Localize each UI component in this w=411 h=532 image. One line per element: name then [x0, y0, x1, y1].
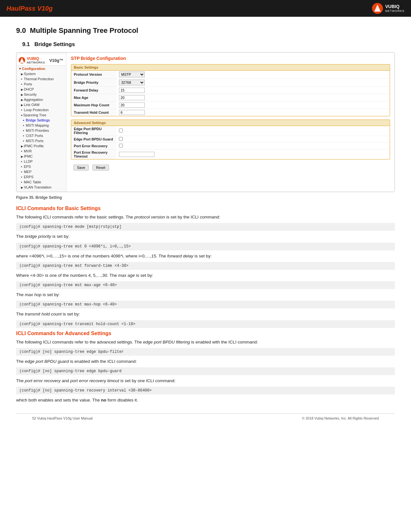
icli-cmd5: (config)# spanning-tree mst max-hop <6-4…	[16, 301, 395, 308]
page-header: HaulPass V10g VUBIQ NETWORKS	[0, 0, 411, 17]
protocol-version-value: MSTP RSTP STP	[116, 71, 390, 79]
main-content: 9.0 Multiple Spanning Tree Protocol 9.1 …	[0, 17, 411, 436]
icli-adv-cmd3: (config)# [no] spanning-tree recovery in…	[16, 387, 395, 394]
edge-bpdu-filter-checkbox[interactable]	[119, 129, 123, 132]
vubiq-logo-icon	[372, 3, 383, 14]
icli-cmd6: (config)# spanning-tree transmit hold-co…	[16, 320, 395, 328]
sidebar-item-aggregation[interactable]: ▶Aggregation	[16, 97, 66, 102]
port-error-timeout-input[interactable]	[119, 152, 154, 157]
forward-delay-input[interactable]	[119, 88, 145, 93]
port-error-recovery-value	[116, 143, 390, 150]
sidebar-item-msti-ports[interactable]: • MSTI Ports	[16, 138, 66, 143]
port-error-recovery-checkbox[interactable]	[119, 144, 123, 148]
port-error-timeout-row: Port Error Recovery Timeout	[71, 150, 390, 160]
sidebar-item-vlan-translation[interactable]: ▶VLAN Translation	[16, 185, 66, 190]
protocol-version-select[interactable]: MSTP RSTP STP	[119, 72, 145, 77]
sidebar-item-erps[interactable]: • ERPS	[16, 174, 66, 179]
icli-advanced-intro: The following ICLI commands refer to the…	[16, 339, 395, 345]
icli-where2: Where <4-30> is one of the numbers 4, 5,…	[16, 272, 395, 279]
transmit-hold-label: Transmit Hold Count	[71, 109, 116, 116]
sidebar-item-dhcp[interactable]: ▶DHCP	[16, 87, 66, 92]
icli-adv-cmd2: (config)# [no] spanning-tree edge bpdu-g…	[16, 367, 395, 375]
sidebar-item-mac-table[interactable]: • MAC Table	[16, 179, 66, 185]
max-hop-input[interactable]	[119, 102, 145, 108]
sidebar-item-spanning-tree[interactable]: ▾Spanning Tree	[16, 112, 66, 118]
advanced-settings-section: Advanced Settings Edge Port BPDU Filteri…	[71, 120, 390, 160]
icli-where1: where <4096*i, i=0,…,15> is one of the n…	[16, 253, 395, 259]
max-age-label: Max Age	[71, 94, 116, 102]
sidebar-item-link-oam[interactable]: ▶Link OAM	[16, 102, 66, 107]
edge-bpdu-guard-value	[116, 136, 390, 143]
footer-left: 52 Vubiq HaulPass V10g User Manual	[32, 416, 93, 420]
sidebar-item-bridge-settings[interactable]: • Bridge Settings	[16, 118, 66, 123]
icli-adv-cmd1: (config)# [no] spanning-tree edge bpdu-f…	[16, 348, 395, 356]
icli-basic-intro: The following ICLI commands refer to the…	[16, 214, 395, 220]
sidebar-item-loop-protection[interactable]: • Loop Protection	[16, 107, 66, 112]
ui-wrap: VUBIQ NETWORKS V10g™ ▾ Configuration ▶Sy…	[16, 53, 395, 192]
save-button[interactable]: Save	[73, 165, 89, 170]
transmit-hold-row: Transmit Hold Count	[71, 109, 390, 116]
ui-sidebar: VUBIQ NETWORKS V10g™ ▾ Configuration ▶Sy…	[16, 53, 66, 192]
sidebar-brand: VUBIQ	[27, 56, 45, 61]
subsection-heading: 9.1 Bridge Settings	[16, 41, 395, 48]
sidebar-item-msti-mapping[interactable]: • MSTI Mapping	[16, 123, 66, 128]
version-badge: V10g™	[49, 58, 64, 63]
advanced-settings-label: Advanced Settings	[71, 120, 390, 126]
protocol-version-label: Protocol Version	[71, 71, 116, 79]
port-error-timeout-value	[116, 150, 390, 160]
sidebar-item-system[interactable]: ▶System	[16, 71, 66, 76]
bridge-priority-value: 32768	[116, 79, 390, 87]
icli-max-hop-text: The max hop is set by:	[16, 292, 395, 298]
sidebar-item-lldp[interactable]: • LLDP	[16, 159, 66, 164]
max-hop-row: Maximum Hop Count	[71, 102, 390, 109]
header-logo: VUBIQ NETWORKS	[372, 3, 405, 14]
icli-cmd1: (config)# spanning-tree mode [mstp|rstp|…	[16, 223, 395, 231]
footer-right: © 2018 Vubiq Networks, Inc. All Rights R…	[302, 416, 379, 420]
section-heading: 9.0 Multiple Spanning Tree Protocol	[16, 26, 395, 35]
sidebar-item-thermal[interactable]: • Thermal Protection	[16, 76, 66, 82]
sidebar-item-cist-ports[interactable]: • CIST Ports	[16, 133, 66, 138]
edge-bpdu-guard-row: Edge Port BPDU Guard	[71, 136, 390, 143]
sidebar-brand-sub: NETWORKS	[27, 61, 45, 64]
icli-advanced-section: ICLI Commands for Advanced Settings The …	[16, 331, 395, 404]
sidebar-item-eps[interactable]: • EPS	[16, 164, 66, 169]
forward-delay-label: Forward Delay	[71, 87, 116, 94]
reset-button[interactable]: Reset	[93, 165, 109, 170]
sidebar-item-ports[interactable]: • Ports	[16, 82, 66, 87]
max-hop-label: Maximum Hop Count	[71, 102, 116, 109]
transmit-hold-input[interactable]	[119, 110, 145, 115]
max-age-row: Max Age	[71, 94, 390, 102]
sidebar-item-msti-priorities[interactable]: • MSTI Priorities	[16, 128, 66, 133]
sidebar-item-ipmc-profile[interactable]: ▶IPMC Profile	[16, 143, 66, 149]
max-age-value	[116, 94, 390, 102]
transmit-hold-value	[116, 109, 390, 116]
sidebar-item-mvr[interactable]: • MVR	[16, 149, 66, 154]
protocol-version-row: Protocol Version MSTP RSTP STP	[71, 71, 390, 79]
browser-mockup: VUBIQ NETWORKS V10g™ ▾ Configuration ▶Sy…	[16, 52, 395, 192]
forward-delay-row: Forward Delay	[71, 87, 390, 94]
forward-delay-value	[116, 87, 390, 94]
page-footer: 52 Vubiq HaulPass V10g User Manual © 201…	[16, 413, 395, 423]
icli-port-error-text: The port error recovery and port error r…	[16, 378, 395, 384]
icli-cmd4: (config)# spanning-tree mst max-age <6-4…	[16, 281, 395, 289]
bridge-priority-row: Bridge Priority 32768	[71, 79, 390, 87]
edge-bpdu-guard-checkbox[interactable]	[119, 137, 123, 141]
sidebar-item-security[interactable]: ▶Security	[16, 92, 66, 97]
port-error-timeout-label: Port Error Recovery Timeout	[71, 150, 116, 160]
icli-basic-heading: ICLI Commands for Basic Settings	[16, 206, 395, 211]
sidebar-header-row: VUBIQ NETWORKS V10g™	[16, 54, 66, 66]
edge-bpdu-guard-label: Edge Port BPDU Guard	[71, 136, 116, 143]
edge-bpdu-filter-row: Edge Port BPDU Filtering	[71, 126, 390, 136]
max-age-input[interactable]	[119, 95, 145, 100]
icli-advanced-heading: ICLI Commands for Advanced Settings	[16, 331, 395, 336]
bridge-priority-select[interactable]: 32768	[119, 80, 145, 85]
ui-main-panel: STP Bridge Configuration Basic Settings …	[66, 53, 395, 192]
advanced-settings-table: Edge Port BPDU Filtering Edge Port BPDU …	[71, 126, 390, 159]
sidebar-item-ipmc[interactable]: ▶IPMC	[16, 154, 66, 159]
icli-bridge-priority-text: The bridge priority is set by:	[16, 233, 395, 240]
basic-settings-label: Basic Settings	[71, 64, 390, 71]
header-logo-sub: NETWORKS	[385, 9, 405, 13]
sidebar-item-mep[interactable]: • MEP	[16, 169, 66, 174]
icli-conclusion: which both enables and sets the value. T…	[16, 397, 395, 403]
basic-settings-table: Protocol Version MSTP RSTP STP Bridge Pr…	[71, 71, 390, 116]
